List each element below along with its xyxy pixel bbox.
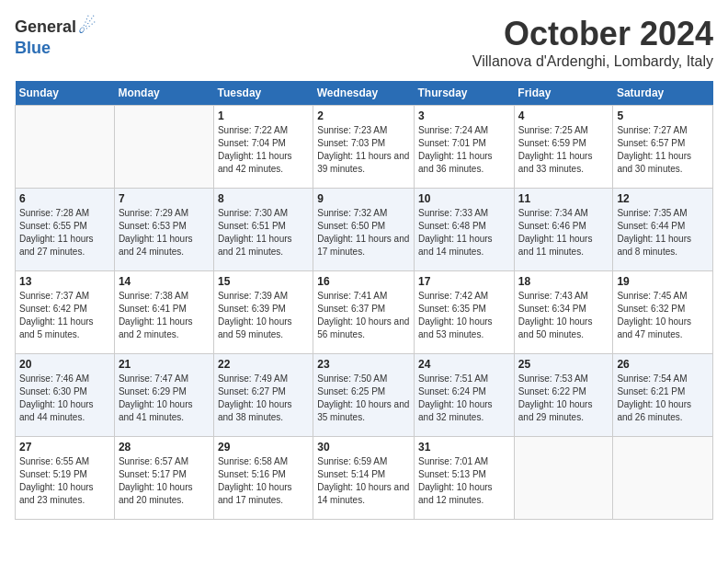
day-number: 11 [518,192,609,205]
day-number: 14 [119,275,210,288]
day-number: 23 [317,358,410,371]
day-number: 30 [317,441,410,454]
calendar-cell: 31Sunrise: 7:01 AM Sunset: 5:13 PM Dayli… [415,437,515,520]
calendar-week-row: 20Sunrise: 7:46 AM Sunset: 6:30 PM Dayli… [16,354,713,437]
day-number: 10 [418,192,510,205]
day-info: Sunrise: 7:35 AM Sunset: 6:44 PM Dayligh… [617,207,709,259]
calendar-week-row: 6Sunrise: 7:28 AM Sunset: 6:55 PM Daylig… [16,189,713,271]
day-number: 25 [518,358,609,371]
month-title: October 2024 [472,15,713,53]
calendar-cell: 14Sunrise: 7:38 AM Sunset: 6:41 PM Dayli… [114,271,213,354]
calendar-cell: 4Sunrise: 7:25 AM Sunset: 6:59 PM Daylig… [514,106,613,189]
calendar-cell: 9Sunrise: 7:32 AM Sunset: 6:50 PM Daylig… [313,189,415,271]
day-number: 21 [119,358,210,371]
day-info: Sunrise: 7:51 AM Sunset: 6:24 PM Dayligh… [418,373,510,424]
day-info: Sunrise: 7:43 AM Sunset: 6:34 PM Dayligh… [518,290,609,341]
logo-bird-icon: ☄ [78,15,97,39]
day-number: 15 [218,275,309,288]
day-number: 18 [518,275,609,288]
weekday-header-monday: Monday [114,81,213,106]
calendar-cell: 23Sunrise: 7:50 AM Sunset: 6:25 PM Dayli… [313,354,415,437]
day-info: Sunrise: 7:47 AM Sunset: 6:29 PM Dayligh… [119,373,210,424]
calendar-cell: 6Sunrise: 7:28 AM Sunset: 6:55 PM Daylig… [16,189,115,271]
calendar-cell: 27Sunrise: 6:55 AM Sunset: 5:19 PM Dayli… [16,437,115,520]
weekday-header-thursday: Thursday [415,81,515,106]
calendar-cell: 25Sunrise: 7:53 AM Sunset: 6:22 PM Dayli… [514,354,613,437]
calendar-cell: 11Sunrise: 7:34 AM Sunset: 6:46 PM Dayli… [514,189,613,271]
day-number: 29 [218,441,309,454]
day-number: 6 [19,192,110,205]
calendar-table: SundayMondayTuesdayWednesdayThursdayFrid… [15,81,713,520]
calendar-cell: 16Sunrise: 7:41 AM Sunset: 6:37 PM Dayli… [313,271,415,354]
day-info: Sunrise: 7:30 AM Sunset: 6:51 PM Dayligh… [218,207,309,259]
day-number: 27 [19,441,110,454]
day-number: 12 [617,192,709,205]
day-number: 17 [418,275,510,288]
location-subtitle: Villanova d'Ardenghi, Lombardy, Italy [472,53,713,70]
day-info: Sunrise: 7:33 AM Sunset: 6:48 PM Dayligh… [418,207,510,259]
calendar-cell [16,106,115,189]
day-info: Sunrise: 7:24 AM Sunset: 7:01 PM Dayligh… [418,124,510,176]
calendar-cell: 1Sunrise: 7:22 AM Sunset: 7:04 PM Daylig… [213,106,313,189]
day-number: 4 [518,109,609,122]
calendar-cell: 12Sunrise: 7:35 AM Sunset: 6:44 PM Dayli… [613,189,713,271]
weekday-header-row: SundayMondayTuesdayWednesdayThursdayFrid… [16,81,713,106]
day-number: 7 [119,192,210,205]
day-number: 1 [218,109,309,122]
day-info: Sunrise: 7:25 AM Sunset: 6:59 PM Dayligh… [518,124,609,176]
day-info: Sunrise: 7:23 AM Sunset: 7:03 PM Dayligh… [317,124,410,176]
calendar-cell: 19Sunrise: 7:45 AM Sunset: 6:32 PM Dayli… [613,271,713,354]
calendar-cell: 18Sunrise: 7:43 AM Sunset: 6:34 PM Dayli… [514,271,613,354]
weekday-header-tuesday: Tuesday [213,81,313,106]
day-info: Sunrise: 6:58 AM Sunset: 5:16 PM Dayligh… [218,455,309,507]
day-info: Sunrise: 7:22 AM Sunset: 7:04 PM Dayligh… [218,124,309,176]
day-info: Sunrise: 7:27 AM Sunset: 6:57 PM Dayligh… [617,124,709,176]
weekday-header-wednesday: Wednesday [313,81,415,106]
day-info: Sunrise: 7:37 AM Sunset: 6:42 PM Dayligh… [19,290,110,341]
calendar-cell: 7Sunrise: 7:29 AM Sunset: 6:53 PM Daylig… [114,189,213,271]
calendar-cell: 10Sunrise: 7:33 AM Sunset: 6:48 PM Dayli… [415,189,515,271]
calendar-cell: 15Sunrise: 7:39 AM Sunset: 6:39 PM Dayli… [213,271,313,354]
day-number: 19 [617,275,709,288]
calendar-cell: 5Sunrise: 7:27 AM Sunset: 6:57 PM Daylig… [613,106,713,189]
day-number: 3 [418,109,510,122]
calendar-cell: 22Sunrise: 7:49 AM Sunset: 6:27 PM Dayli… [213,354,313,437]
calendar-week-row: 13Sunrise: 7:37 AM Sunset: 6:42 PM Dayli… [16,271,713,354]
calendar-cell: 28Sunrise: 6:57 AM Sunset: 5:17 PM Dayli… [114,437,213,520]
calendar-cell: 2Sunrise: 7:23 AM Sunset: 7:03 PM Daylig… [313,106,415,189]
day-number: 16 [317,275,410,288]
day-number: 13 [19,275,110,288]
day-info: Sunrise: 7:46 AM Sunset: 6:30 PM Dayligh… [19,373,110,424]
logo-general-text: General [15,17,76,37]
calendar-cell: 8Sunrise: 7:30 AM Sunset: 6:51 PM Daylig… [213,189,313,271]
day-number: 9 [317,192,410,205]
day-number: 31 [418,441,510,454]
day-number: 5 [617,109,709,122]
logo-blue-text: Blue [15,39,51,58]
day-number: 8 [218,192,309,205]
day-number: 22 [218,358,309,371]
page-header: General ☄ Blue October 2024 Villanova d'… [15,15,713,70]
calendar-cell [514,437,613,520]
weekday-header-sunday: Sunday [16,81,115,106]
day-info: Sunrise: 7:53 AM Sunset: 6:22 PM Dayligh… [518,373,609,424]
day-info: Sunrise: 6:55 AM Sunset: 5:19 PM Dayligh… [19,455,110,507]
calendar-cell: 26Sunrise: 7:54 AM Sunset: 6:21 PM Dayli… [613,354,713,437]
day-info: Sunrise: 7:41 AM Sunset: 6:37 PM Dayligh… [317,290,410,341]
day-info: Sunrise: 7:28 AM Sunset: 6:55 PM Dayligh… [19,207,110,259]
day-number: 2 [317,109,410,122]
day-info: Sunrise: 7:32 AM Sunset: 6:50 PM Dayligh… [317,207,410,259]
calendar-cell: 17Sunrise: 7:42 AM Sunset: 6:35 PM Dayli… [415,271,515,354]
day-info: Sunrise: 7:50 AM Sunset: 6:25 PM Dayligh… [317,373,410,424]
calendar-cell: 3Sunrise: 7:24 AM Sunset: 7:01 PM Daylig… [415,106,515,189]
calendar-cell: 21Sunrise: 7:47 AM Sunset: 6:29 PM Dayli… [114,354,213,437]
calendar-week-row: 27Sunrise: 6:55 AM Sunset: 5:19 PM Dayli… [16,437,713,520]
day-number: 20 [19,358,110,371]
day-info: Sunrise: 7:38 AM Sunset: 6:41 PM Dayligh… [119,290,210,341]
title-area: October 2024 Villanova d'Ardenghi, Lomba… [472,15,713,70]
calendar-cell: 29Sunrise: 6:58 AM Sunset: 5:16 PM Dayli… [213,437,313,520]
day-number: 26 [617,358,709,371]
day-info: Sunrise: 6:57 AM Sunset: 5:17 PM Dayligh… [119,455,210,507]
day-info: Sunrise: 7:39 AM Sunset: 6:39 PM Dayligh… [218,290,309,341]
day-info: Sunrise: 7:45 AM Sunset: 6:32 PM Dayligh… [617,290,709,341]
